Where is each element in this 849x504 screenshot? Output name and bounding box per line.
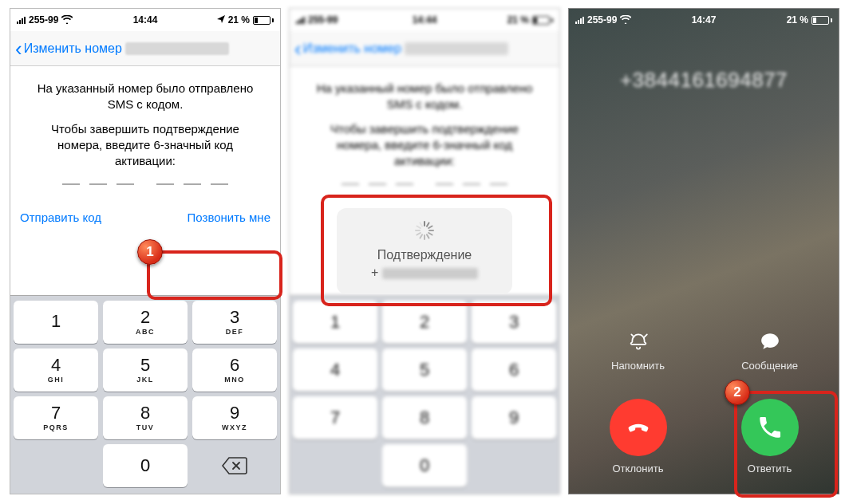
sms-line-2: Чтобы завершить подтверждение номера, вв… — [30, 121, 261, 170]
carrier-label: 255-99 — [587, 14, 617, 26]
message-button[interactable]: Сообщение — [728, 329, 811, 372]
caller-number: +3844161694877 — [569, 68, 839, 93]
modal-number: + — [357, 266, 492, 280]
key-blank — [14, 444, 98, 487]
back-button[interactable]: ‹ Изменить номер — [10, 38, 122, 59]
confirmation-modal: Подтверждение + — [337, 208, 512, 294]
key-9[interactable]: 9WXYZ — [192, 396, 277, 439]
code-input-dashes[interactable] — [30, 183, 261, 185]
status-bar: 255-99 14:44 21 % — [10, 9, 280, 31]
remind-button[interactable]: Напомнить — [596, 329, 680, 372]
back-label: Изменить номер — [24, 41, 122, 56]
backspace-icon — [221, 456, 248, 475]
confirmation-modal-wrap: Подтверждение + — [289, 8, 560, 494]
spinner-icon — [415, 221, 434, 240]
message-label: Сообщение — [741, 360, 798, 372]
key-7[interactable]: 7PQRS — [14, 396, 98, 439]
key-3[interactable]: 3DEF — [192, 301, 277, 344]
key-2[interactable]: 2ABC — [103, 301, 188, 344]
status-bar: 255-99 14:47 21 % — [569, 9, 839, 31]
answer-label: Ответить — [748, 463, 792, 474]
key-5[interactable]: 5JKL — [103, 348, 188, 392]
key-8[interactable]: 8TUV — [103, 396, 188, 439]
battery-icon — [253, 16, 274, 25]
modal-number-blurred — [382, 268, 478, 279]
screenshot-3-incoming-call: 255-99 14:47 21 % +3844161694877 — [568, 8, 839, 494]
call-actions: Напомнить Сообщение Отклонить — [569, 329, 839, 474]
key-0[interactable]: 0 — [103, 444, 188, 487]
message-icon — [758, 329, 782, 353]
hangup-icon — [625, 414, 652, 441]
decline-circle — [610, 399, 667, 456]
sms-instructions: На указанный номер было отправлено SMS с… — [10, 66, 280, 190]
signal-icon — [17, 16, 26, 24]
decline-label: Отклонить — [612, 463, 663, 474]
resend-code-link[interactable]: Отправить код — [20, 211, 101, 224]
remind-label: Напомнить — [611, 360, 665, 372]
nav-title-blurred — [125, 42, 229, 55]
location-icon — [217, 14, 225, 26]
signal-icon — [575, 16, 584, 24]
key-4[interactable]: 4GHI — [14, 348, 98, 392]
caller-id: +3844161694877 — [569, 68, 839, 93]
call-me-link[interactable]: Позвонить мне — [188, 211, 270, 224]
sms-line-1: На указанный номер было отправлено SMS с… — [30, 81, 261, 113]
answer-circle — [741, 399, 799, 456]
key-1[interactable]: 1 — [14, 301, 98, 344]
action-row: Отправить код Позвонить мне — [10, 211, 280, 235]
modal-title: Подтверждение — [357, 248, 492, 262]
decline-button[interactable]: Отклонить — [596, 399, 680, 474]
phone-icon — [756, 414, 784, 441]
numeric-keypad: 1 2ABC 3DEF 4GHI 5JKL 6MNO 7PQRS 8TUV 9W… — [10, 295, 280, 494]
carrier-label: 255-99 — [29, 14, 58, 26]
battery-pct-label: 21 % — [787, 14, 808, 26]
screenshot-1-verify-sms: 255-99 14:44 21 % ‹ Изменить номер — [10, 8, 281, 494]
answer-button[interactable]: Ответить — [728, 399, 811, 474]
battery-pct-label: 21 % — [228, 14, 250, 26]
chevron-left-icon: ‹ — [15, 38, 22, 59]
wifi-icon — [61, 15, 73, 26]
key-6[interactable]: 6MNO — [192, 348, 277, 392]
battery-icon — [811, 16, 832, 25]
key-backspace[interactable] — [192, 444, 277, 487]
nav-header: ‹ Изменить номер — [10, 31, 280, 66]
wifi-icon — [620, 15, 631, 26]
alarm-icon — [626, 329, 650, 353]
